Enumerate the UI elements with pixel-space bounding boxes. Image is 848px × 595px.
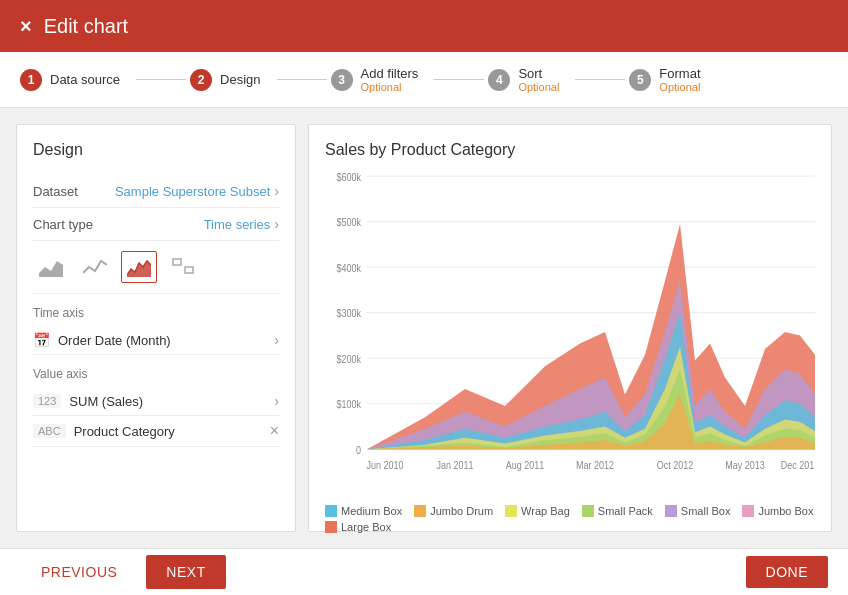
step-5-sub: Optional xyxy=(659,81,700,93)
footer-left-actions: PREVIOUS NEXT xyxy=(20,555,226,589)
chart-legend: Medium Box Jumbo Drum Wrap Bag Small Pac… xyxy=(325,505,815,533)
done-button[interactable]: DONE xyxy=(746,556,828,588)
legend-jumbo-box: Jumbo Box xyxy=(742,505,813,517)
step-1[interactable]: 1 Data source xyxy=(20,69,132,91)
legend-small-pack-color xyxy=(582,505,594,517)
step-1-label: Data source xyxy=(50,72,120,87)
legend-small-pack-label: Small Pack xyxy=(598,505,653,517)
step-5-name: Format xyxy=(659,66,700,81)
line-chart-icon xyxy=(83,257,107,277)
step-3-label: Add filters Optional xyxy=(361,66,419,93)
design-panel: Design Dataset Sample Superstore Subset … xyxy=(16,124,296,532)
header: × Edit chart xyxy=(0,0,848,52)
legend-medium-box-color xyxy=(325,505,337,517)
close-button[interactable]: × xyxy=(20,15,32,38)
step-3-sub: Optional xyxy=(361,81,419,93)
calendar-icon: 📅 xyxy=(33,332,50,348)
chart-area: $600k $500k $400k $300k $200k $100k 0 xyxy=(325,167,815,497)
chart-type-value: Time series › xyxy=(204,216,279,232)
legend-small-box-color xyxy=(665,505,677,517)
svg-text:$600k: $600k xyxy=(337,171,362,183)
legend-jumbo-drum-label: Jumbo Drum xyxy=(430,505,493,517)
time-axis-row[interactable]: 📅 Order Date (Month) › xyxy=(33,326,279,355)
chart-panel: Sales by Product Category $600k $500k $4… xyxy=(308,124,832,532)
product-category-value: Product Category xyxy=(74,424,175,439)
legend-large-box-label: Large Box xyxy=(341,521,391,533)
step-2-label: Design xyxy=(220,72,260,87)
product-category-row[interactable]: ABC Product Category × xyxy=(33,416,279,447)
legend-small-box-label: Small Box xyxy=(681,505,731,517)
legend-jumbo-drum-color xyxy=(414,505,426,517)
chart-type-row[interactable]: Chart type Time series › xyxy=(33,208,279,241)
stepper: 1 Data source 2 Design 3 Add filters Opt… xyxy=(0,52,848,108)
bar-chart-icon-btn[interactable] xyxy=(121,251,157,283)
step-4-name: Sort xyxy=(518,66,559,81)
legend-small-pack: Small Pack xyxy=(582,505,653,517)
main-content: Design Dataset Sample Superstore Subset … xyxy=(0,108,848,548)
svg-text:$500k: $500k xyxy=(337,217,362,229)
svg-text:$300k: $300k xyxy=(337,308,362,320)
line-chart-icon-btn[interactable] xyxy=(77,251,113,283)
svg-text:$200k: $200k xyxy=(337,353,362,365)
step-3-name: Add filters xyxy=(361,66,419,81)
step-connector-3 xyxy=(434,79,484,80)
legend-medium-box-label: Medium Box xyxy=(341,505,402,517)
dataset-value: Sample Superstore Subset › xyxy=(115,183,279,199)
step-connector-2 xyxy=(277,79,327,80)
svg-rect-0 xyxy=(173,259,181,265)
step-2[interactable]: 2 Design xyxy=(190,69,272,91)
chart-type-chevron-icon: › xyxy=(274,216,279,232)
step-3[interactable]: 3 Add filters Optional xyxy=(331,66,431,93)
svg-text:Dec 2013: Dec 2013 xyxy=(781,459,815,471)
svg-text:Jan 2011: Jan 2011 xyxy=(437,459,474,471)
svg-text:Jun 2010: Jun 2010 xyxy=(367,459,404,471)
legend-large-box: Large Box xyxy=(325,521,391,533)
step-connector-1 xyxy=(136,79,186,80)
sum-sales-chevron-icon: › xyxy=(274,393,279,409)
numeric-type-icon: 123 xyxy=(33,394,61,408)
legend-wrap-bag-label: Wrap Bag xyxy=(521,505,570,517)
legend-wrap-bag: Wrap Bag xyxy=(505,505,570,517)
sum-sales-left: 123 SUM (Sales) xyxy=(33,394,143,409)
area-chart-icon-btn[interactable] xyxy=(33,251,69,283)
svg-text:Mar 2012: Mar 2012 xyxy=(576,459,614,471)
next-button[interactable]: NEXT xyxy=(146,555,225,589)
chart-title: Sales by Product Category xyxy=(325,141,815,159)
dataset-chevron-icon: › xyxy=(274,183,279,199)
chart-type-icons xyxy=(33,241,279,294)
sum-sales-value: SUM (Sales) xyxy=(69,394,143,409)
legend-jumbo-drum: Jumbo Drum xyxy=(414,505,493,517)
product-category-left: ABC Product Category xyxy=(33,424,175,439)
scatter-chart-icon xyxy=(171,257,195,277)
step-4[interactable]: 4 Sort Optional xyxy=(488,66,571,93)
step-2-name: Design xyxy=(220,72,260,87)
svg-rect-1 xyxy=(185,267,193,273)
panel-title: Design xyxy=(33,141,279,159)
step-3-circle: 3 xyxy=(331,69,353,91)
legend-small-box: Small Box xyxy=(665,505,731,517)
time-axis-left: 📅 Order Date (Month) xyxy=(33,332,171,348)
time-axis-value: Order Date (Month) xyxy=(58,333,171,348)
step-5-circle: 5 xyxy=(629,69,651,91)
previous-button[interactable]: PREVIOUS xyxy=(20,555,138,589)
svg-text:Oct 2012: Oct 2012 xyxy=(657,459,693,471)
step-4-label: Sort Optional xyxy=(518,66,559,93)
step-4-circle: 4 xyxy=(488,69,510,91)
step-connector-4 xyxy=(575,79,625,80)
scatter-chart-icon-btn[interactable] xyxy=(165,251,201,283)
dataset-row[interactable]: Dataset Sample Superstore Subset › xyxy=(33,175,279,208)
sum-sales-row[interactable]: 123 SUM (Sales) › xyxy=(33,387,279,416)
legend-jumbo-box-label: Jumbo Box xyxy=(758,505,813,517)
time-axis-chevron-icon: › xyxy=(274,332,279,348)
step-4-sub: Optional xyxy=(518,81,559,93)
step-5[interactable]: 5 Format Optional xyxy=(629,66,712,93)
time-axis-section-label: Time axis xyxy=(33,306,279,320)
svg-text:$100k: $100k xyxy=(337,399,362,411)
step-2-circle: 2 xyxy=(190,69,212,91)
dataset-label: Dataset xyxy=(33,184,78,199)
svg-text:Aug 2011: Aug 2011 xyxy=(506,459,544,471)
chart-type-label: Chart type xyxy=(33,217,93,232)
remove-dimension-icon[interactable]: × xyxy=(270,422,279,440)
step-1-circle: 1 xyxy=(20,69,42,91)
step-1-name: Data source xyxy=(50,72,120,87)
